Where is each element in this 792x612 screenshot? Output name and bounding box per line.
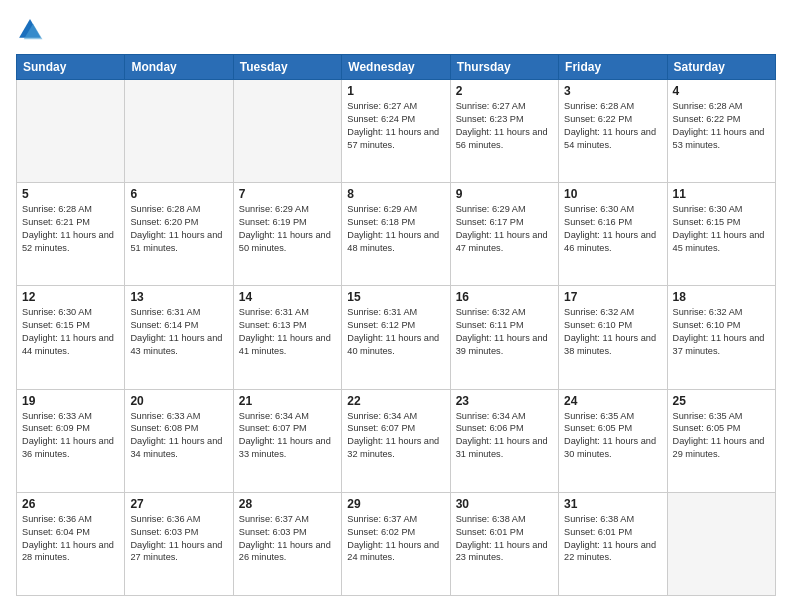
day-info: Sunrise: 6:32 AM Sunset: 6:10 PM Dayligh… xyxy=(564,306,661,358)
weekday-header-sunday: Sunday xyxy=(17,55,125,80)
day-info: Sunrise: 6:27 AM Sunset: 6:23 PM Dayligh… xyxy=(456,100,553,152)
calendar-cell: 21Sunrise: 6:34 AM Sunset: 6:07 PM Dayli… xyxy=(233,389,341,492)
calendar-cell: 20Sunrise: 6:33 AM Sunset: 6:08 PM Dayli… xyxy=(125,389,233,492)
day-number: 12 xyxy=(22,290,119,304)
day-info: Sunrise: 6:35 AM Sunset: 6:05 PM Dayligh… xyxy=(564,410,661,462)
day-info: Sunrise: 6:31 AM Sunset: 6:12 PM Dayligh… xyxy=(347,306,444,358)
calendar-cell: 10Sunrise: 6:30 AM Sunset: 6:16 PM Dayli… xyxy=(559,183,667,286)
calendar-cell: 16Sunrise: 6:32 AM Sunset: 6:11 PM Dayli… xyxy=(450,286,558,389)
day-number: 24 xyxy=(564,394,661,408)
day-info: Sunrise: 6:35 AM Sunset: 6:05 PM Dayligh… xyxy=(673,410,770,462)
calendar-week-row: 5Sunrise: 6:28 AM Sunset: 6:21 PM Daylig… xyxy=(17,183,776,286)
calendar-cell: 7Sunrise: 6:29 AM Sunset: 6:19 PM Daylig… xyxy=(233,183,341,286)
day-info: Sunrise: 6:28 AM Sunset: 6:22 PM Dayligh… xyxy=(673,100,770,152)
day-number: 10 xyxy=(564,187,661,201)
day-number: 2 xyxy=(456,84,553,98)
calendar-cell xyxy=(125,80,233,183)
calendar-cell: 23Sunrise: 6:34 AM Sunset: 6:06 PM Dayli… xyxy=(450,389,558,492)
day-number: 6 xyxy=(130,187,227,201)
calendar-cell: 18Sunrise: 6:32 AM Sunset: 6:10 PM Dayli… xyxy=(667,286,775,389)
day-info: Sunrise: 6:30 AM Sunset: 6:16 PM Dayligh… xyxy=(564,203,661,255)
day-number: 18 xyxy=(673,290,770,304)
day-number: 13 xyxy=(130,290,227,304)
calendar-cell: 15Sunrise: 6:31 AM Sunset: 6:12 PM Dayli… xyxy=(342,286,450,389)
weekday-header-saturday: Saturday xyxy=(667,55,775,80)
day-number: 30 xyxy=(456,497,553,511)
calendar-cell: 26Sunrise: 6:36 AM Sunset: 6:04 PM Dayli… xyxy=(17,492,125,595)
day-info: Sunrise: 6:29 AM Sunset: 6:17 PM Dayligh… xyxy=(456,203,553,255)
day-number: 26 xyxy=(22,497,119,511)
calendar-cell: 2Sunrise: 6:27 AM Sunset: 6:23 PM Daylig… xyxy=(450,80,558,183)
calendar-cell xyxy=(233,80,341,183)
day-info: Sunrise: 6:28 AM Sunset: 6:22 PM Dayligh… xyxy=(564,100,661,152)
day-number: 14 xyxy=(239,290,336,304)
day-info: Sunrise: 6:38 AM Sunset: 6:01 PM Dayligh… xyxy=(564,513,661,565)
calendar-week-row: 19Sunrise: 6:33 AM Sunset: 6:09 PM Dayli… xyxy=(17,389,776,492)
day-info: Sunrise: 6:28 AM Sunset: 6:21 PM Dayligh… xyxy=(22,203,119,255)
day-info: Sunrise: 6:34 AM Sunset: 6:07 PM Dayligh… xyxy=(239,410,336,462)
day-info: Sunrise: 6:36 AM Sunset: 6:03 PM Dayligh… xyxy=(130,513,227,565)
weekday-header-wednesday: Wednesday xyxy=(342,55,450,80)
calendar-cell: 17Sunrise: 6:32 AM Sunset: 6:10 PM Dayli… xyxy=(559,286,667,389)
calendar-cell: 27Sunrise: 6:36 AM Sunset: 6:03 PM Dayli… xyxy=(125,492,233,595)
calendar-cell: 29Sunrise: 6:37 AM Sunset: 6:02 PM Dayli… xyxy=(342,492,450,595)
day-number: 21 xyxy=(239,394,336,408)
weekday-header-tuesday: Tuesday xyxy=(233,55,341,80)
calendar-week-row: 12Sunrise: 6:30 AM Sunset: 6:15 PM Dayli… xyxy=(17,286,776,389)
calendar-cell: 1Sunrise: 6:27 AM Sunset: 6:24 PM Daylig… xyxy=(342,80,450,183)
calendar-cell: 24Sunrise: 6:35 AM Sunset: 6:05 PM Dayli… xyxy=(559,389,667,492)
page: SundayMondayTuesdayWednesdayThursdayFrid… xyxy=(0,0,792,612)
calendar-cell: 25Sunrise: 6:35 AM Sunset: 6:05 PM Dayli… xyxy=(667,389,775,492)
calendar-cell xyxy=(667,492,775,595)
day-info: Sunrise: 6:34 AM Sunset: 6:07 PM Dayligh… xyxy=(347,410,444,462)
day-number: 27 xyxy=(130,497,227,511)
day-info: Sunrise: 6:28 AM Sunset: 6:20 PM Dayligh… xyxy=(130,203,227,255)
logo xyxy=(16,16,48,44)
calendar-week-row: 26Sunrise: 6:36 AM Sunset: 6:04 PM Dayli… xyxy=(17,492,776,595)
header xyxy=(16,16,776,44)
day-info: Sunrise: 6:31 AM Sunset: 6:14 PM Dayligh… xyxy=(130,306,227,358)
calendar-cell: 30Sunrise: 6:38 AM Sunset: 6:01 PM Dayli… xyxy=(450,492,558,595)
logo-icon xyxy=(16,16,44,44)
day-number: 17 xyxy=(564,290,661,304)
day-number: 22 xyxy=(347,394,444,408)
day-number: 3 xyxy=(564,84,661,98)
weekday-header-row: SundayMondayTuesdayWednesdayThursdayFrid… xyxy=(17,55,776,80)
calendar-cell: 9Sunrise: 6:29 AM Sunset: 6:17 PM Daylig… xyxy=(450,183,558,286)
day-number: 19 xyxy=(22,394,119,408)
day-info: Sunrise: 6:32 AM Sunset: 6:11 PM Dayligh… xyxy=(456,306,553,358)
calendar-cell: 14Sunrise: 6:31 AM Sunset: 6:13 PM Dayli… xyxy=(233,286,341,389)
day-number: 8 xyxy=(347,187,444,201)
day-number: 16 xyxy=(456,290,553,304)
day-number: 5 xyxy=(22,187,119,201)
day-number: 28 xyxy=(239,497,336,511)
calendar-cell: 19Sunrise: 6:33 AM Sunset: 6:09 PM Dayli… xyxy=(17,389,125,492)
day-info: Sunrise: 6:33 AM Sunset: 6:08 PM Dayligh… xyxy=(130,410,227,462)
calendar-cell: 8Sunrise: 6:29 AM Sunset: 6:18 PM Daylig… xyxy=(342,183,450,286)
calendar-cell: 31Sunrise: 6:38 AM Sunset: 6:01 PM Dayli… xyxy=(559,492,667,595)
day-info: Sunrise: 6:37 AM Sunset: 6:03 PM Dayligh… xyxy=(239,513,336,565)
day-info: Sunrise: 6:27 AM Sunset: 6:24 PM Dayligh… xyxy=(347,100,444,152)
day-info: Sunrise: 6:38 AM Sunset: 6:01 PM Dayligh… xyxy=(456,513,553,565)
day-number: 11 xyxy=(673,187,770,201)
day-number: 29 xyxy=(347,497,444,511)
day-info: Sunrise: 6:32 AM Sunset: 6:10 PM Dayligh… xyxy=(673,306,770,358)
day-info: Sunrise: 6:29 AM Sunset: 6:18 PM Dayligh… xyxy=(347,203,444,255)
day-number: 15 xyxy=(347,290,444,304)
day-info: Sunrise: 6:30 AM Sunset: 6:15 PM Dayligh… xyxy=(22,306,119,358)
weekday-header-thursday: Thursday xyxy=(450,55,558,80)
day-number: 23 xyxy=(456,394,553,408)
day-info: Sunrise: 6:29 AM Sunset: 6:19 PM Dayligh… xyxy=(239,203,336,255)
weekday-header-friday: Friday xyxy=(559,55,667,80)
day-number: 4 xyxy=(673,84,770,98)
calendar-cell: 6Sunrise: 6:28 AM Sunset: 6:20 PM Daylig… xyxy=(125,183,233,286)
day-number: 25 xyxy=(673,394,770,408)
calendar-cell xyxy=(17,80,125,183)
calendar-cell: 13Sunrise: 6:31 AM Sunset: 6:14 PM Dayli… xyxy=(125,286,233,389)
day-number: 31 xyxy=(564,497,661,511)
day-number: 7 xyxy=(239,187,336,201)
day-info: Sunrise: 6:37 AM Sunset: 6:02 PM Dayligh… xyxy=(347,513,444,565)
day-number: 9 xyxy=(456,187,553,201)
day-number: 1 xyxy=(347,84,444,98)
calendar-table: SundayMondayTuesdayWednesdayThursdayFrid… xyxy=(16,54,776,596)
